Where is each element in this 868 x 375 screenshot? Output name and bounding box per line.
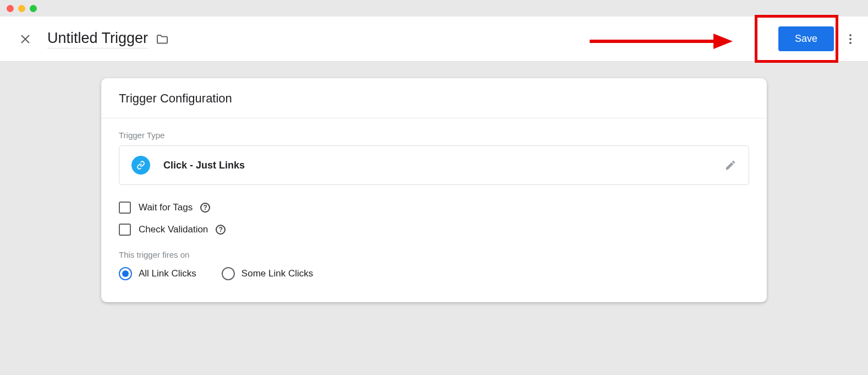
- radio-label: Some Link Clicks: [241, 268, 313, 279]
- svg-point-2: [849, 34, 851, 36]
- trigger-name-input[interactable]: Untitled Trigger: [47, 30, 148, 48]
- trigger-type-value: Click - Just Links: [163, 160, 711, 171]
- radio-some-link-clicks[interactable]: Some Link Clicks: [222, 267, 313, 280]
- check-validation-checkbox[interactable]: [119, 224, 131, 236]
- trigger-type-selector[interactable]: Click - Just Links: [119, 145, 749, 185]
- window-zoom-traffic-light[interactable]: [30, 5, 37, 12]
- fires-on-label: This trigger fires on: [119, 250, 749, 259]
- help-icon[interactable]: ?: [200, 203, 210, 213]
- check-validation-row: Check Validation ?: [119, 224, 749, 236]
- trigger-config-card: Trigger Configuration Trigger Type Click…: [101, 78, 767, 302]
- trigger-type-label: Trigger Type: [119, 131, 749, 140]
- link-icon: [131, 156, 150, 175]
- wait-for-tags-row: Wait for Tags ?: [119, 202, 749, 214]
- svg-point-4: [849, 42, 851, 44]
- svg-point-3: [849, 38, 851, 40]
- more-vert-icon[interactable]: [844, 32, 857, 46]
- fires-on-radio-group: All Link Clicks Some Link Clicks: [119, 267, 749, 280]
- content-area: Trigger Configuration Trigger Type Click…: [0, 62, 868, 302]
- folder-icon[interactable]: [156, 32, 169, 46]
- radio-unselected-icon: [222, 267, 235, 280]
- edit-icon[interactable]: [724, 159, 737, 171]
- radio-all-link-clicks[interactable]: All Link Clicks: [119, 267, 196, 280]
- window-minimize-traffic-light[interactable]: [18, 5, 25, 12]
- radio-label: All Link Clicks: [139, 268, 196, 279]
- card-title: Trigger Configuration: [101, 78, 767, 118]
- wait-for-tags-label: Wait for Tags: [139, 202, 193, 213]
- wait-for-tags-checkbox[interactable]: [119, 202, 131, 214]
- title-area: Untitled Trigger: [47, 30, 169, 48]
- page-header: Untitled Trigger Save: [0, 17, 868, 62]
- save-button[interactable]: Save: [778, 26, 834, 51]
- macos-titlebar: [0, 0, 868, 17]
- window-close-traffic-light[interactable]: [7, 5, 14, 12]
- check-validation-label: Check Validation: [139, 224, 208, 235]
- close-icon[interactable]: [19, 32, 32, 46]
- radio-selected-icon: [119, 267, 132, 280]
- help-icon[interactable]: ?: [216, 225, 226, 235]
